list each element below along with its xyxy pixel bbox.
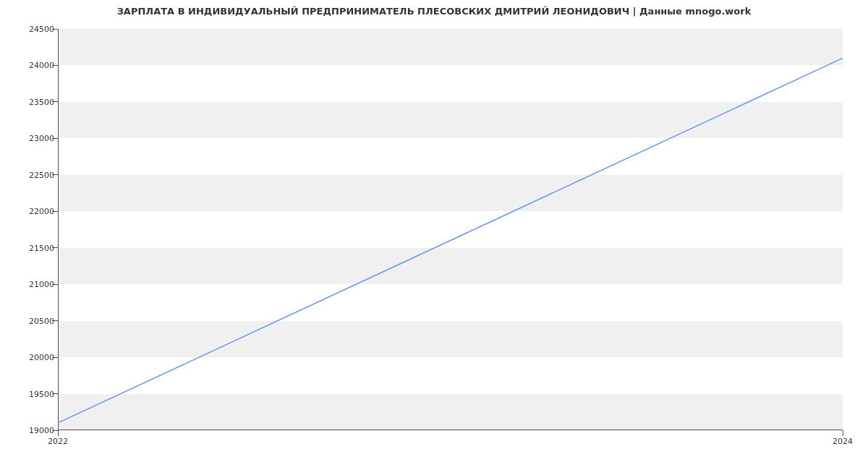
x-tick [58, 430, 59, 436]
plot-area: 1900019500200002050021000215002200022500… [58, 29, 843, 430]
line-layer [58, 29, 843, 430]
y-tick-label: 23000 [18, 134, 54, 143]
y-tick-label: 24500 [18, 25, 54, 34]
y-tick-label: 24000 [18, 61, 54, 70]
y-tick-label: 19500 [18, 389, 54, 398]
y-tick-label: 22500 [18, 170, 54, 179]
y-tick-label: 22000 [18, 207, 54, 216]
y-tick-label: 19000 [18, 426, 54, 435]
y-tick-label: 23500 [18, 97, 54, 106]
y-tick-label: 21500 [18, 243, 54, 252]
y-tick-label: 21000 [18, 280, 54, 289]
y-tick-label: 20000 [18, 353, 54, 362]
y-tick-label: 20500 [18, 316, 54, 325]
chart-container: ЗАРПЛАТА В ИНДИВИДУАЛЬНЫЙ ПРЕДПРИНИМАТЕЛ… [0, 0, 868, 470]
chart-title: ЗАРПЛАТА В ИНДИВИДУАЛЬНЫЙ ПРЕДПРИНИМАТЕЛ… [0, 6, 868, 17]
x-tick-label: 2024 [833, 437, 853, 446]
series-line [58, 58, 843, 423]
x-tick-label: 2022 [48, 437, 68, 446]
x-tick [843, 430, 843, 436]
